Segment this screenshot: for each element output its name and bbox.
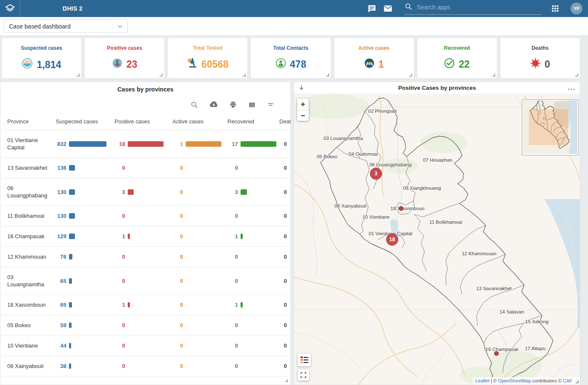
map-marker[interactable] (494, 351, 499, 356)
positive-cell: 0 (115, 254, 172, 260)
map-marker[interactable]: 18 (386, 234, 398, 245)
suspected-cell: 65 (56, 278, 115, 284)
stat-card-recovered[interactable]: Recovered22 (417, 37, 497, 79)
resize-handle[interactable] (575, 74, 578, 77)
deaths-cell: 0 (279, 254, 291, 260)
card-value: 23 (126, 59, 138, 70)
dashboard-selector[interactable]: Case based dashboard (3, 20, 128, 33)
zoom-out-button[interactable]: − (297, 110, 309, 121)
map-province-label: 17 Attapu (525, 346, 546, 351)
stat-card-suspected-cases[interactable]: Suspected cases1,814 (1, 37, 82, 79)
active-cell: 0 (172, 254, 227, 260)
resize-handle[interactable] (326, 74, 329, 77)
zoom-in-button[interactable]: + (297, 99, 309, 110)
resize-handle[interactable] (576, 380, 579, 383)
messages-icon[interactable] (367, 4, 376, 13)
app-title: DHIS 2 (63, 5, 83, 12)
microscope-icon (187, 58, 198, 71)
map-marker[interactable]: 3 (370, 168, 382, 180)
user-avatar[interactable]: YP (571, 3, 582, 14)
more-options-icon[interactable] (568, 85, 575, 92)
search-apps-input[interactable] (417, 4, 542, 11)
active-cell: 0 (172, 322, 227, 328)
map-province-label: 14 Salavan (499, 309, 524, 314)
positive-bar (128, 302, 130, 308)
resize-handle[interactable] (409, 74, 412, 77)
column-header[interactable]: Deaths (279, 118, 291, 125)
suspected-bar (69, 278, 72, 284)
print-icon[interactable] (229, 101, 237, 109)
card-value: 478 (290, 59, 306, 70)
pagination-range: 1-18 of 18 (203, 383, 228, 385)
suspected-cell: 136 (56, 165, 115, 171)
leaflet-link[interactable]: Leaflet (475, 378, 489, 383)
suspected-cell: 129 (56, 233, 115, 240)
active-cell: 0 (172, 189, 227, 195)
suspected-bar (69, 322, 72, 328)
previous-page-button[interactable]: ‹ (241, 382, 258, 385)
deaths-cell: 0 (279, 189, 291, 195)
filter-icon[interactable] (267, 101, 275, 109)
map-download-icon[interactable] (298, 84, 305, 93)
stat-cards-row: Suspected cases1,814Positive cases23Tota… (0, 36, 588, 79)
table-row: 06 Louangphabang1303030 (0, 178, 290, 206)
mail-icon[interactable] (383, 4, 393, 13)
card-value: 0 (545, 59, 550, 70)
active-cell: 0 (172, 213, 227, 219)
table-toolbar (0, 93, 290, 109)
province-name: 13 Savannakhet (0, 164, 56, 171)
province-name: 03 Louangnamtha (0, 274, 56, 288)
map-province-label: 07 Houaphan (423, 157, 452, 163)
stat-card-positive-cases[interactable]: Positive cases23 (84, 37, 165, 79)
map-canvas[interactable]: + − Leaflet | © OpenStreetMap contributo… (294, 94, 580, 385)
map-province-label: 03 Louangnamtha (324, 136, 363, 141)
column-header[interactable]: Province (0, 118, 56, 125)
column-header[interactable]: Suspected cases (56, 118, 115, 125)
check-circle-icon (444, 58, 455, 71)
rows-per-page-select[interactable]: 100 (170, 383, 186, 385)
fullscreen-icon (300, 372, 307, 378)
table-title: Cases by provinces (0, 82, 290, 93)
province-name: 06 Louangphabang (0, 185, 56, 199)
positive-bar (128, 189, 134, 195)
apps-grid-icon[interactable] (551, 4, 559, 13)
resize-handle[interactable] (492, 74, 495, 77)
column-header[interactable]: Recovered (227, 118, 279, 125)
stat-card-deaths[interactable]: Deaths0 (500, 37, 580, 79)
columns-icon[interactable] (248, 101, 256, 109)
resize-handle[interactable] (285, 379, 288, 382)
active-cell: 0 (172, 165, 227, 171)
map-legend-button[interactable] (298, 354, 311, 366)
table-pagination: Rows per page: 100 1-18 of 18 ‹ › (0, 376, 290, 385)
fullscreen-button[interactable] (298, 369, 309, 381)
stat-card-total-contacts[interactable]: Total Contacts478 (250, 37, 331, 79)
legend-list-icon (300, 356, 309, 364)
dhis2-logo[interactable] (0, 0, 20, 17)
map-panel: Positive Cases by provinces (294, 82, 580, 385)
suspected-bar (69, 343, 71, 348)
resize-handle[interactable] (160, 74, 163, 77)
table-search-icon[interactable] (190, 101, 198, 109)
dashboard-selector-value: Case based dashboard (4, 23, 112, 30)
province-name: 16 Champasak (0, 233, 56, 240)
stat-card-total-tested[interactable]: Total Tested60568 (167, 37, 248, 79)
suspected-bar (69, 234, 75, 239)
resize-handle[interactable] (243, 74, 246, 77)
resize-handle[interactable] (77, 74, 80, 77)
active-cell: 1 (172, 141, 227, 147)
active-cell: 0 (172, 363, 227, 369)
openstreetmap-link[interactable]: OpenStreetMap (498, 378, 531, 383)
download-icon[interactable] (209, 100, 218, 109)
top-bar: DHIS 2 YP (0, 0, 588, 17)
column-header[interactable]: Active cases (172, 118, 227, 125)
map-marker[interactable] (399, 206, 404, 211)
carto-link[interactable]: CAF (563, 378, 572, 383)
hospital-bed-icon (364, 58, 375, 71)
suspected-cell: 130 (56, 189, 115, 195)
stat-card-active-cases[interactable]: Active cases1 (334, 37, 414, 79)
map-province-label: 12 Khammouan (462, 251, 496, 256)
map-province-label: 05 Bokeo (317, 154, 338, 159)
next-page-button[interactable]: › (258, 382, 275, 385)
map-province-label: 13 Savannakhet (476, 286, 511, 291)
column-header[interactable]: Positive cases (115, 118, 172, 125)
